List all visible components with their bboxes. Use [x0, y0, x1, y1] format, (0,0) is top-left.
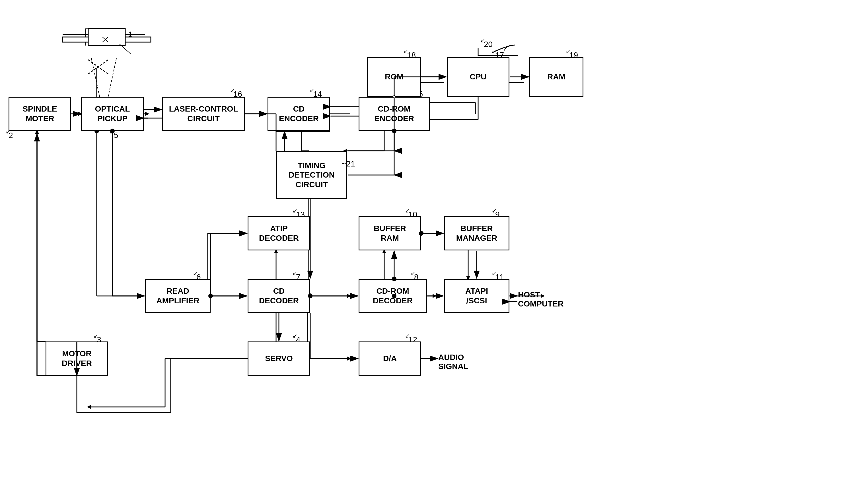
timing-detection-block: TIMINGDETECTIONCIRCUIT [276, 151, 347, 199]
buffer-manager-block: BUFFERMANAGER [444, 216, 509, 250]
cd-decoder-block: CDDECODER [248, 279, 310, 313]
disk-spindle [86, 29, 122, 46]
cdrom-encoder-block: CD-ROMENCODER [359, 97, 430, 131]
servo-block: SERVO [248, 341, 310, 376]
svg-marker-36 [433, 294, 437, 298]
connection-lines [0, 0, 868, 496]
cdrom-decoder-block: CD-ROMDECODER [359, 279, 427, 313]
svg-marker-58 [87, 405, 91, 409]
da-block: D/A [359, 341, 421, 376]
optical-pickup-ref: 5 [114, 131, 119, 140]
rom-block: ROM [367, 57, 421, 97]
ram-block: RAM [529, 57, 584, 97]
motor-driver-block: MOTORDRIVER [46, 341, 108, 376]
buffer-ram-block: BUFFERRAM [359, 216, 421, 250]
atapi-scsi-block: ATAPI/SCSI [444, 279, 509, 313]
svg-marker-54 [433, 357, 437, 360]
svg-marker-8 [259, 112, 263, 116]
svg-marker-70 [139, 294, 144, 298]
spindle-moter-block: SPINDLEMOTER [9, 97, 71, 131]
svg-marker-34 [347, 294, 352, 298]
timing-detection-ref: ~21 [341, 159, 355, 169]
cd-encoder-block: CDENCODER [267, 97, 330, 131]
cpu-block: CPU [447, 57, 509, 97]
audio-signal-label: AUDIOSIGNAL [438, 353, 468, 371]
atip-decoder-block: ATIPDECODER [248, 216, 310, 250]
svg-marker-27 [242, 294, 246, 298]
laser-control-block: LASER-CONTROLCIRCUIT [162, 97, 245, 131]
optical-pickup-block: OPTICALPICKUP [81, 97, 144, 131]
read-amplifier-block: READAMPLIFIER [145, 279, 211, 313]
diagram: 1 ↙ SPINDLEMOTER 2 ↙ OPTICALPICKUP 5 ↙ L… [0, 0, 868, 496]
svg-line-66 [88, 60, 108, 74]
host-computer-label: HOSTCOMPUTER [518, 290, 563, 309]
svg-marker-52 [347, 357, 352, 360]
svg-marker-31 [242, 231, 246, 235]
svg-marker-4 [145, 112, 150, 116]
